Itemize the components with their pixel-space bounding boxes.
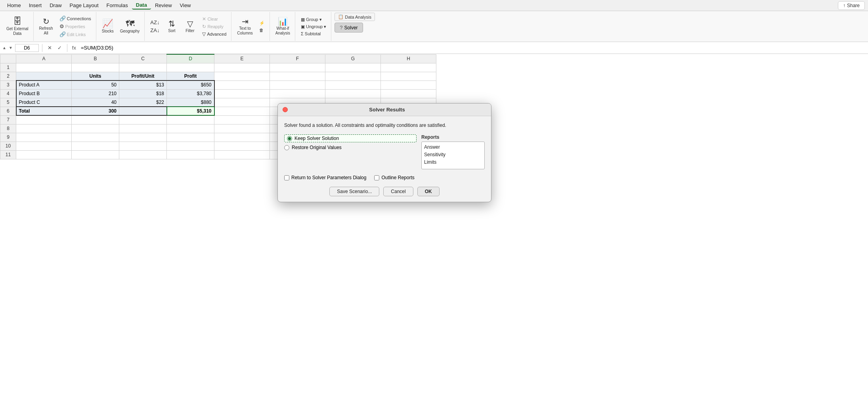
cell-reference-input[interactable] — [15, 44, 39, 52]
data-analysis-button[interactable]: 📋 Data Analysis — [335, 13, 375, 21]
cell-f2[interactable] — [270, 72, 325, 80]
solver-button[interactable]: ? Solver — [335, 23, 363, 33]
reapply-button[interactable]: ↻ Reapply — [200, 23, 229, 30]
cell-h3[interactable] — [381, 80, 436, 89]
menu-home[interactable]: Home — [3, 2, 25, 9]
menu-draw[interactable]: Draw — [46, 2, 65, 9]
cell-d4[interactable]: $3,780 — [167, 89, 214, 98]
cell-c1[interactable] — [119, 63, 167, 72]
flash-fill-button[interactable]: ⚡ — [257, 20, 267, 27]
cell-f4[interactable] — [270, 89, 325, 98]
cell-b11[interactable] — [72, 150, 119, 159]
cell-c5[interactable]: $22 — [119, 98, 167, 107]
cell-g4[interactable] — [325, 89, 381, 98]
col-header-e[interactable]: E — [214, 54, 270, 63]
cell-g3[interactable] — [325, 80, 381, 89]
row-header-4[interactable]: 4 — [0, 89, 16, 98]
menu-view[interactable]: View — [176, 2, 195, 9]
cell-a11[interactable] — [16, 150, 72, 159]
confirm-formula-button[interactable]: ✓ — [55, 44, 64, 52]
cell-d5[interactable]: $880 — [167, 98, 214, 107]
cell-e11[interactable] — [214, 150, 270, 159]
cell-a2[interactable] — [16, 72, 72, 80]
clear-button[interactable]: ✕ Clear — [200, 15, 229, 23]
cell-b2[interactable]: Units — [72, 72, 119, 80]
cell-d6[interactable]: $5,310 — [167, 107, 214, 115]
row-header-8[interactable]: 8 — [0, 124, 16, 133]
cell-d7[interactable] — [167, 115, 214, 124]
row-header-1[interactable]: 1 — [0, 63, 16, 72]
cell-d2[interactable]: Profit — [167, 72, 214, 80]
cell-b8[interactable] — [72, 124, 119, 133]
menu-page-layout[interactable]: Page Layout — [66, 2, 103, 9]
col-header-c[interactable]: C — [119, 54, 167, 63]
report-answer[interactable]: Answer — [424, 144, 482, 151]
cell-g1[interactable] — [325, 63, 381, 72]
row-header-7[interactable]: 7 — [0, 115, 16, 124]
restore-original-radio[interactable] — [284, 145, 289, 150]
sort-az-button[interactable]: AZ↓ — [148, 19, 162, 26]
cell-d8[interactable] — [167, 124, 214, 133]
menu-formulas[interactable]: Formulas — [103, 2, 132, 9]
cell-d11[interactable] — [167, 150, 214, 159]
stocks-button[interactable]: 📈 Stocks — [99, 18, 116, 35]
cell-g2[interactable] — [325, 72, 381, 80]
cell-e5[interactable] — [214, 98, 270, 107]
cell-a7[interactable] — [16, 115, 72, 124]
cancel-button[interactable]: Cancel — [383, 187, 413, 196]
cell-b1[interactable] — [72, 63, 119, 72]
cell-e10[interactable] — [214, 142, 270, 150]
col-header-g[interactable]: G — [325, 54, 381, 63]
cell-b6[interactable]: 300 — [72, 107, 119, 115]
cell-h1[interactable] — [381, 63, 436, 72]
cell-a1[interactable] — [16, 63, 72, 72]
row-header-3[interactable]: 3 — [0, 80, 16, 89]
cell-c7[interactable] — [119, 115, 167, 124]
menu-data[interactable]: Data — [132, 1, 151, 10]
menu-insert[interactable]: Insert — [25, 2, 46, 9]
col-header-a[interactable]: A — [16, 54, 72, 63]
what-if-button[interactable]: 📊 What-if Analysis — [273, 16, 293, 37]
col-header-b[interactable]: B — [72, 54, 119, 63]
cell-h2[interactable] — [381, 72, 436, 80]
row-header-6[interactable]: 6 — [0, 107, 16, 115]
cell-a3[interactable]: Product A — [16, 80, 72, 89]
ok-button[interactable]: OK — [417, 187, 440, 196]
cell-down-button[interactable]: ▼ — [8, 45, 13, 50]
connections-button[interactable]: 🔗 Connections — [57, 15, 94, 22]
cell-up-button[interactable]: ▲ — [2, 45, 7, 50]
row-header-2[interactable]: 2 — [0, 72, 16, 80]
sort-za-button[interactable]: ZA↓ — [148, 27, 162, 34]
save-scenario-button[interactable]: Save Scenario... — [329, 187, 379, 196]
sort-button[interactable]: ⇅ Sort — [163, 19, 180, 34]
get-external-data-button[interactable]: 🗄 Get External Data — [4, 16, 31, 37]
cell-e6[interactable] — [214, 107, 270, 115]
return-to-solver-option[interactable]: Return to Solver Parameters Dialog — [284, 175, 366, 180]
advanced-button[interactable]: ▽ Advanced — [200, 31, 229, 38]
cell-b7[interactable] — [72, 115, 119, 124]
col-header-f[interactable]: F — [270, 54, 325, 63]
cell-c3[interactable]: $13 — [119, 80, 167, 89]
row-header-10[interactable]: 10 — [0, 142, 16, 150]
cell-b9[interactable] — [72, 133, 119, 142]
cell-c4[interactable]: $18 — [119, 89, 167, 98]
share-button[interactable]: ↑ Share — [838, 1, 865, 10]
cell-a4[interactable]: Product B — [16, 89, 72, 98]
dialog-close-button[interactable] — [283, 107, 288, 112]
cell-e7[interactable] — [214, 115, 270, 124]
cell-d9[interactable] — [167, 133, 214, 142]
keep-solver-radio[interactable] — [287, 136, 292, 141]
cell-e3[interactable] — [214, 80, 270, 89]
cell-b3[interactable]: 50 — [72, 80, 119, 89]
cell-a6[interactable]: Total — [16, 107, 72, 115]
outline-reports-option[interactable]: Outline Reports — [374, 175, 414, 180]
remove-duplicates-button[interactable]: 🗑 — [257, 27, 267, 33]
cell-c8[interactable] — [119, 124, 167, 133]
row-header-5[interactable]: 5 — [0, 98, 16, 107]
cell-b4[interactable]: 210 — [72, 89, 119, 98]
cell-c9[interactable] — [119, 133, 167, 142]
subtotal-button[interactable]: Σ Subtotal — [298, 31, 329, 37]
col-header-h[interactable]: H — [381, 54, 436, 63]
report-sensitivity[interactable]: Sensitivity — [424, 151, 482, 159]
cell-c6[interactable] — [119, 107, 167, 115]
